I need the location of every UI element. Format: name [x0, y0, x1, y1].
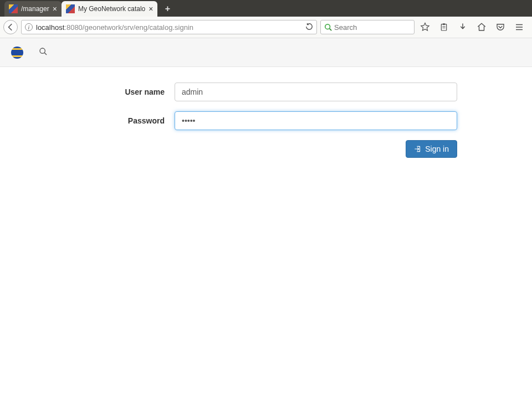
menu-icon[interactable] — [514, 22, 524, 32]
tab-manager[interactable]: /manager × — [4, 1, 62, 17]
signin-button-label: Sign in — [425, 145, 449, 153]
signin-button[interactable]: Sign in — [406, 140, 457, 158]
form-actions: Sign in — [33, 140, 457, 158]
pocket-icon[interactable] — [495, 22, 505, 32]
favicon-icon — [9, 4, 18, 13]
home-icon[interactable] — [477, 22, 487, 32]
signin-form: User name Password Sign in — [0, 67, 532, 173]
url-bar[interactable]: i localhost:8080/geonetwork/srv/eng/cata… — [21, 20, 317, 34]
password-row: Password — [33, 111, 499, 130]
password-label: Password — [33, 116, 175, 125]
search-engine-icon — [324, 23, 332, 31]
back-button[interactable] — [3, 20, 18, 34]
svg-rect-2 — [441, 24, 446, 30]
geonetwork-logo-icon[interactable] — [11, 47, 23, 59]
bookmark-star-icon[interactable] — [420, 22, 430, 32]
url-text: localhost:8080/geonetwork/srv/eng/catalo… — [36, 23, 193, 32]
svg-rect-3 — [443, 23, 445, 25]
app-header — [0, 38, 532, 67]
svg-line-1 — [330, 29, 332, 31]
tab-title: My GeoNetwork catalo — [78, 5, 145, 13]
nav-bar: i localhost:8080/geonetwork/srv/eng/cata… — [0, 17, 532, 38]
tab-geonetwork[interactable]: My GeoNetwork catalo × — [62, 1, 158, 17]
username-row: User name — [33, 83, 499, 101]
browser-search-input[interactable] — [334, 23, 411, 32]
signin-icon — [414, 145, 422, 153]
close-icon[interactable]: × — [53, 5, 57, 13]
tab-title: /manager — [21, 5, 49, 13]
clipboard-icon[interactable] — [439, 22, 449, 32]
download-icon[interactable] — [458, 22, 468, 32]
svg-line-10 — [44, 53, 47, 55]
favicon-icon — [66, 4, 75, 13]
username-input[interactable] — [175, 83, 457, 101]
username-label: User name — [33, 87, 175, 96]
tab-bar: /manager × My GeoNetwork catalo × + — [0, 0, 532, 17]
svg-point-0 — [325, 24, 330, 29]
search-icon[interactable] — [39, 47, 48, 58]
new-tab-button[interactable]: + — [160, 2, 175, 16]
toolbar-icons — [418, 22, 529, 32]
password-input[interactable] — [175, 111, 457, 130]
reload-button[interactable] — [305, 23, 313, 32]
svg-point-9 — [40, 48, 45, 53]
info-icon[interactable]: i — [25, 23, 33, 31]
arrow-left-icon — [7, 23, 14, 31]
close-icon[interactable]: × — [149, 5, 153, 13]
browser-chrome: /manager × My GeoNetwork catalo × + i lo… — [0, 0, 532, 38]
browser-search-bar[interactable] — [320, 20, 415, 34]
